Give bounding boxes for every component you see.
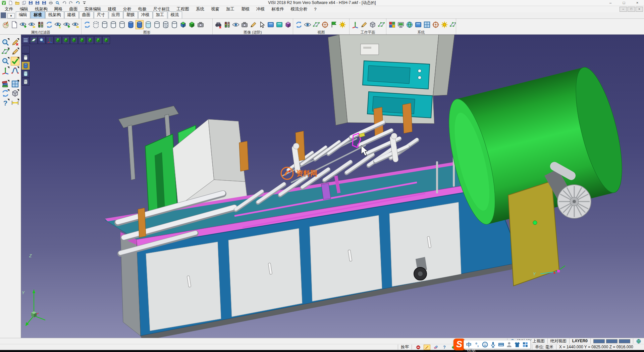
tab-尺寸[interactable]: 尺寸 <box>94 11 108 18</box>
panel-blue-icon[interactable] <box>267 20 275 29</box>
material-cube-icon[interactable] <box>284 20 292 29</box>
visi-logo-icon[interactable] <box>1 0 7 5</box>
menu-item-视窗[interactable]: 视窗 <box>208 6 223 12</box>
tab-塑膜[interactable]: 塑膜 <box>123 11 138 18</box>
panel-teal-icon[interactable] <box>275 20 283 29</box>
menu-item-文件[interactable]: 文件 <box>1 6 16 12</box>
workplane-edit-icon[interactable] <box>360 20 368 29</box>
plane-settings-icon[interactable] <box>449 20 456 29</box>
invert-visibility-icon[interactable] <box>54 20 62 29</box>
delete-entity-icon[interactable] <box>11 38 19 47</box>
mdi-restore-button[interactable]: □ <box>628 7 635 12</box>
spline-edit-icon[interactable] <box>11 66 19 75</box>
snap-settings-icon[interactable] <box>432 20 440 29</box>
query-help-icon[interactable] <box>441 345 448 350</box>
color-swatch-1[interactable] <box>593 339 605 343</box>
minimize-button[interactable]: – <box>604 0 617 6</box>
color-swatch-2[interactable] <box>606 339 618 343</box>
open-file-icon[interactable] <box>14 0 20 5</box>
workplane-plane-icon[interactable] <box>377 20 385 29</box>
saved-views-icon[interactable] <box>330 20 338 29</box>
redo-icon[interactable] <box>68 0 74 5</box>
render-settings-icon[interactable] <box>197 20 205 29</box>
tab-编辑[interactable]: 编辑 <box>16 11 30 18</box>
section-hatch-icon[interactable] <box>162 20 170 29</box>
maximize-button[interactable]: □ <box>617 0 631 6</box>
ime-voice-icon[interactable] <box>489 341 497 348</box>
refresh-view-icon[interactable] <box>295 20 303 29</box>
render-traffic-icon[interactable] <box>223 20 231 29</box>
double-cylinder-icon[interactable] <box>170 20 178 29</box>
workplane-cube-icon[interactable] <box>369 20 377 29</box>
ime-toolbox-icon[interactable] <box>522 341 529 348</box>
quick-access-options-icon[interactable] <box>82 0 87 5</box>
active-layer-indicator[interactable]: LAYER0 <box>569 339 590 344</box>
zoom-solid-icon[interactable] <box>1 57 10 65</box>
hide-all-icon[interactable] <box>71 20 79 29</box>
tab-应用[interactable]: 应用 <box>109 11 123 18</box>
tab-标准[interactable]: 标准 <box>31 11 45 18</box>
view-top-icon[interactable] <box>62 36 70 44</box>
display-settings-icon[interactable] <box>397 20 405 29</box>
shaded-edges-icon[interactable] <box>136 20 144 29</box>
copy-file-icon[interactable] <box>21 0 27 5</box>
confirm-selection-icon[interactable] <box>11 57 19 65</box>
delete-selection-icon[interactable] <box>432 345 439 350</box>
regenerate-icon[interactable] <box>1 89 10 98</box>
gouraud-shading-icon[interactable] <box>127 20 135 29</box>
viewport-menu-icon[interactable] <box>22 36 30 44</box>
tab-冲模[interactable]: 冲模 <box>138 11 153 18</box>
zoom-window-icon[interactable] <box>312 20 320 29</box>
hidden-line-dashed-icon[interactable] <box>109 20 117 29</box>
light-source-icon[interactable] <box>338 20 346 29</box>
view-right-icon[interactable] <box>102 36 110 44</box>
exit-command-icon[interactable] <box>415 345 422 350</box>
tab-加工[interactable]: 加工 <box>153 11 167 18</box>
environment-icon[interactable] <box>406 20 414 29</box>
ime-emoji-icon[interactable] <box>481 341 489 348</box>
view-iso-icon[interactable] <box>54 36 62 44</box>
menu-item-冲模[interactable]: 冲模 <box>253 6 268 12</box>
ime-account-icon[interactable] <box>505 341 513 348</box>
save-as-icon[interactable] <box>35 0 40 5</box>
ime-keyboard-icon[interactable] <box>497 341 505 348</box>
transparent-edges-icon[interactable] <box>153 20 161 29</box>
mode-shaded-icon[interactable] <box>22 62 30 70</box>
viewport-3d[interactable]: 资料网 Z Y Y <box>21 35 644 338</box>
help-icon[interactable] <box>1 98 10 107</box>
zoom-dynamic-icon[interactable] <box>1 38 10 47</box>
units-indicator[interactable]: 单位: 毫米 <box>532 345 556 350</box>
view-mode-indicator[interactable]: 绝对视图 <box>547 339 569 344</box>
hidden-line-display-icon[interactable] <box>101 20 109 29</box>
lock-toggle[interactable]: 拴牢 <box>398 345 412 350</box>
selection-wand-icon[interactable] <box>424 345 430 350</box>
modify-attributes-icon[interactable] <box>2 20 10 29</box>
grid-settings-icon[interactable] <box>423 20 431 29</box>
advanced-image-icon[interactable] <box>214 20 222 29</box>
tab-建模[interactable]: 建模 <box>64 11 79 18</box>
solid-cube-icon[interactable] <box>11 89 19 98</box>
sketch-edit-icon[interactable] <box>11 47 19 56</box>
close-button[interactable]: × <box>631 0 644 6</box>
tab-模流[interactable]: 模流 <box>168 11 182 18</box>
view-front-icon[interactable] <box>78 36 86 44</box>
mode-transparent-icon[interactable] <box>22 70 30 78</box>
flat-shading-icon[interactable] <box>118 20 126 29</box>
color-swatch-3[interactable] <box>619 339 630 343</box>
observe-icon[interactable] <box>232 20 240 29</box>
filter-traffic-light-icon[interactable] <box>37 20 45 29</box>
view-bottom-icon[interactable] <box>70 36 78 44</box>
measure-distance-ic[interactable] <box>11 98 19 107</box>
ime-logo[interactable]: S <box>453 339 465 350</box>
layer-manager-icon[interactable] <box>1 80 10 88</box>
view-target-icon[interactable] <box>321 20 329 29</box>
fit-view-icon[interactable] <box>30 36 38 44</box>
zoom-view-icon[interactable] <box>38 36 46 44</box>
print-icon[interactable] <box>48 0 54 5</box>
light-settings-icon[interactable] <box>440 20 448 29</box>
globe-icon[interactable] <box>636 339 641 344</box>
menu-item-模流分析[interactable]: 模流分析 <box>287 6 311 12</box>
ime-language-icon[interactable] <box>465 341 473 348</box>
select-plane-icon[interactable] <box>1 47 10 56</box>
tab-dropdown-button[interactable]: ▼ <box>7 13 15 18</box>
